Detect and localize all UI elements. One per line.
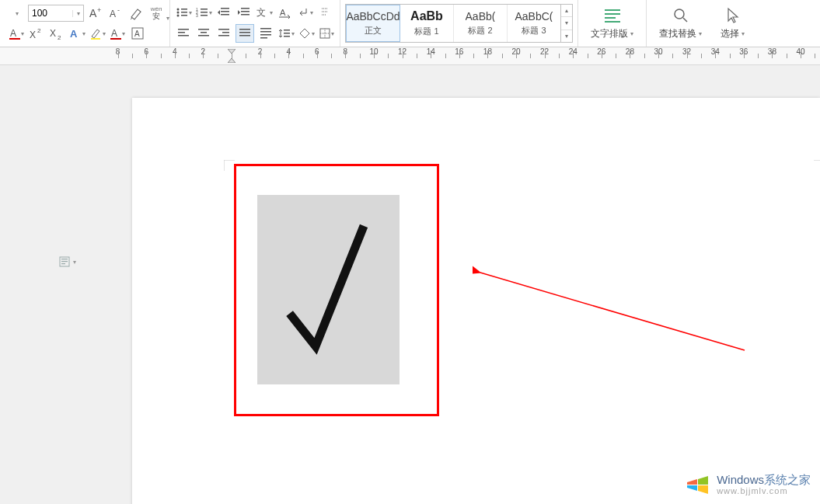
find-replace-button[interactable]: 查找替换▾	[651, 0, 710, 47]
svg-text:-: -	[117, 6, 120, 14]
styles-section: AaBbCcDd正文AaBb标题 1AaBb(标题 2AaBbC(标题 3 ▴ …	[340, 0, 578, 47]
ruler-tick-minor	[672, 54, 673, 58]
asian-layout-button[interactable]: 文 ▾	[256, 4, 273, 21]
svg-rect-67	[61, 259, 68, 259]
svg-rect-37	[178, 32, 185, 33]
paragraph-section: ▾ 123 ▾ 文 ▾ A ▾	[170, 0, 340, 47]
bullets-button[interactable]: ▾	[175, 4, 192, 21]
svg-text:X: X	[30, 30, 36, 40]
style-item-3[interactable]: AaBbC(标题 3	[508, 5, 560, 42]
cursor-icon	[725, 7, 741, 24]
styles-gallery[interactable]: AaBbCcDd正文AaBb标题 1AaBb(标题 2AaBbC(标题 3	[345, 4, 561, 43]
ruler-tick	[403, 50, 403, 58]
watermark: Windows系统之家 www.bjjmlv.com	[684, 471, 811, 498]
shrink-font-icon[interactable]: A-	[107, 5, 124, 22]
font-color2-button[interactable]: A ▾	[109, 25, 126, 42]
svg-rect-50	[260, 34, 271, 36]
styles-gallery-scroll[interactable]: ▴ ▾ ▾	[561, 4, 573, 43]
line-spacing-button[interactable]: ▾	[277, 25, 295, 42]
font-size-combo[interactable]: ▾	[28, 5, 84, 22]
borders-button[interactable]: ▾	[318, 25, 335, 42]
text-direction-icon[interactable]: A	[276, 4, 293, 21]
indent-marker[interactable]	[228, 49, 236, 65]
font-family-dropdown[interactable]: ▾	[8, 5, 25, 22]
select-label: 选择	[721, 27, 739, 40]
ruler-tick-minor	[360, 54, 361, 58]
superscript-icon[interactable]: X2	[28, 25, 45, 42]
ruler-tick-minor	[274, 54, 275, 58]
align-justify-icon[interactable]	[236, 24, 254, 43]
highlight-button[interactable]: ▾	[89, 25, 106, 42]
svg-rect-68	[61, 261, 68, 262]
style-item-0[interactable]: AaBbCcDd正文	[346, 5, 400, 42]
align-distribute-icon[interactable]	[257, 25, 274, 42]
ruler-tick	[288, 50, 289, 58]
svg-rect-29	[221, 11, 229, 12]
svg-rect-61	[605, 21, 620, 23]
align-center-icon[interactable]	[195, 25, 212, 42]
font-size-dropdown-icon[interactable]: ▾	[72, 10, 83, 17]
svg-rect-32	[241, 11, 249, 12]
checkbox-object[interactable]	[234, 164, 439, 416]
svg-rect-28	[221, 8, 229, 9]
svg-point-16	[176, 9, 179, 11]
phonetic-guide-button[interactable]: wén 安 ▾	[148, 5, 165, 22]
document-page[interactable]	[132, 98, 820, 504]
paragraph-icon	[59, 256, 70, 267]
font-section: ▾ ▾ A+ A- wén 安 ▾ A ▾	[3, 0, 170, 47]
svg-rect-13	[110, 38, 121, 40]
svg-rect-48	[260, 28, 271, 30]
grow-font-icon[interactable]: A+	[87, 5, 104, 22]
ruler-tick-minor	[303, 54, 304, 58]
ruler-tick	[431, 50, 431, 58]
font-color-split[interactable]: A ▾	[8, 25, 25, 42]
style-item-1[interactable]: AaBb标题 1	[400, 5, 454, 42]
styles-scroll-down-icon[interactable]: ▾	[561, 17, 572, 30]
text-effects-button[interactable]: A ▾	[68, 25, 85, 42]
style-item-2[interactable]: AaBb(标题 2	[454, 5, 508, 42]
select-button[interactable]: 选择▾	[713, 0, 752, 47]
svg-text:A: A	[280, 8, 286, 17]
text-layout-button[interactable]: 文字排版▾	[583, 0, 641, 47]
line-break-button[interactable]: ▾	[296, 4, 313, 21]
svg-line-65	[480, 273, 745, 350]
svg-text:2: 2	[58, 34, 61, 40]
ruler-tick	[573, 50, 574, 58]
style-name: 标题 3	[522, 25, 546, 36]
text-layout-section: 文字排版▾	[578, 0, 647, 47]
ruler-tick	[487, 50, 488, 58]
svg-rect-54	[284, 36, 290, 37]
svg-rect-38	[178, 35, 189, 36]
character-border-icon[interactable]: A	[129, 25, 146, 42]
ruler-tick-minor	[218, 54, 218, 58]
ruler-tick	[203, 50, 204, 58]
increase-indent-icon[interactable]	[236, 4, 253, 21]
search-icon	[672, 7, 689, 24]
ruler-tick-minor	[246, 54, 246, 58]
ruler-tick-minor	[417, 54, 417, 58]
svg-rect-31	[241, 8, 249, 9]
decrease-indent-icon[interactable]	[215, 4, 232, 21]
svg-rect-46	[239, 32, 250, 33]
clear-format-icon[interactable]	[127, 5, 145, 22]
shading-button[interactable]: ▾	[298, 25, 315, 42]
checkbox-fill	[257, 195, 400, 384]
show-marks-icon[interactable]	[316, 4, 333, 21]
ruler-tick	[715, 50, 716, 58]
styles-expand-icon[interactable]: ▾	[561, 30, 572, 42]
horizontal-ruler[interactable]: 8642246810121416182022242628303234363840	[0, 47, 820, 65]
numbering-button[interactable]: 123 ▾	[195, 4, 212, 21]
svg-rect-69	[61, 263, 65, 264]
align-right-icon[interactable]	[215, 25, 232, 42]
chevron-down-icon: ▾	[73, 259, 76, 266]
ruler-tick	[545, 50, 546, 58]
ruler-tick-minor	[189, 54, 190, 58]
svg-rect-42	[218, 29, 229, 30]
subscript-icon[interactable]: X2	[48, 25, 65, 42]
svg-text:A: A	[111, 28, 117, 39]
styles-scroll-up-icon[interactable]: ▴	[561, 5, 572, 17]
paragraph-layout-gutter-button[interactable]: ▾	[58, 255, 77, 269]
font-size-input[interactable]	[29, 8, 72, 19]
document-workspace[interactable]: ▾ Windows系统之家 www.bjjmlv.com	[0, 65, 820, 504]
align-left-icon[interactable]	[175, 25, 192, 42]
